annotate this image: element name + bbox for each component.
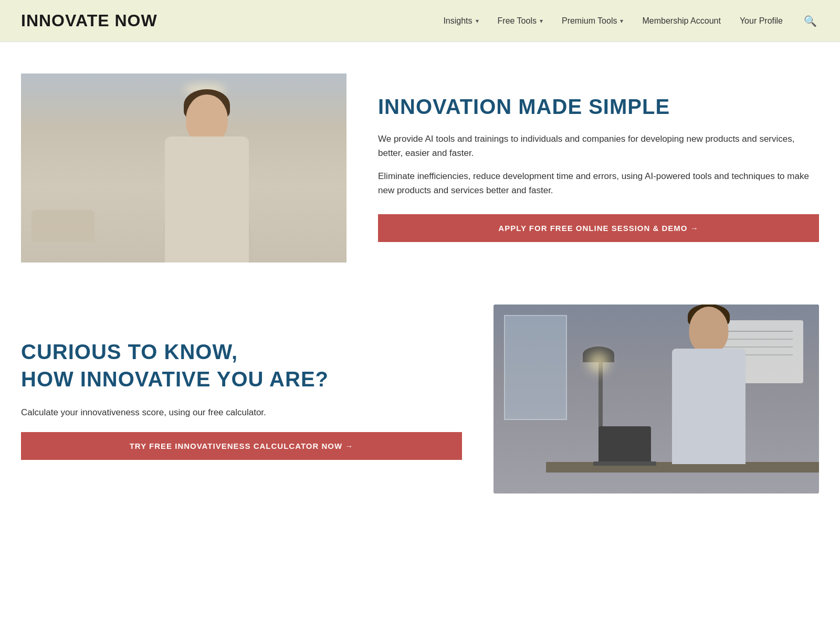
nav-item-membership[interactable]: Membership Account <box>642 16 720 26</box>
man-head-shape <box>689 307 729 354</box>
hero-paragraph-1: We provide AI tools and trainings to ind… <box>378 132 819 160</box>
chevron-down-icon: ▾ <box>620 17 623 25</box>
body-shape <box>165 136 249 262</box>
hero-paragraph-2: Eliminate inefficiencies, reduce develop… <box>378 169 819 197</box>
apply-cta-button[interactable]: APPLY FOR FREE ONLINE SESSION & DEMO → <box>378 214 819 242</box>
woman-figure <box>149 84 265 262</box>
logo[interactable]: INNOVATE NOW <box>21 11 158 30</box>
calculator-cta-button[interactable]: TRY FREE INNOVATIVENESS CALCULCATOR NOW … <box>21 432 462 460</box>
navigation: Insights ▾ Free Tools ▾ Premium Tools ▾ … <box>443 13 819 29</box>
calculator-title-line1: CURIOUS TO KNOW, <box>21 340 238 363</box>
nav-label-insights: Insights <box>443 16 472 26</box>
nav-item-insights[interactable]: Insights ▾ <box>443 16 478 26</box>
chevron-down-icon: ▾ <box>476 17 479 25</box>
nav-label-membership: Membership Account <box>642 16 720 26</box>
chevron-down-icon: ▾ <box>540 17 543 25</box>
man-body-shape <box>672 349 746 464</box>
search-icon: 🔍 <box>804 15 817 27</box>
nav-item-premium-tools[interactable]: Premium Tools ▾ <box>562 16 624 26</box>
calculator-text-block: CURIOUS TO KNOW, HOW INNOVATIVE YOU ARE?… <box>21 338 462 460</box>
hero-text-block: INNOVATION MADE SIMPLE We provide AI too… <box>378 94 819 242</box>
calculator-paragraph: Calculate your innovativeness score, usi… <box>21 405 462 419</box>
calculator-image <box>494 304 819 494</box>
room-sofa-decoration <box>32 210 94 242</box>
header: INNOVATE NOW Insights ▾ Free Tools ▾ Pre… <box>0 0 840 42</box>
calculator-title: CURIOUS TO KNOW, HOW INNOVATIVE YOU ARE? <box>21 338 462 393</box>
nav-label-free-tools: Free Tools <box>498 16 537 26</box>
search-button[interactable]: 🔍 <box>802 13 819 29</box>
calculator-title-line2: HOW INNOVATIVE YOU ARE? <box>21 368 329 391</box>
hero-section: INNOVATION MADE SIMPLE We provide AI too… <box>21 74 819 262</box>
nav-item-profile[interactable]: Your Profile <box>740 16 783 26</box>
man-figure <box>656 307 761 464</box>
office-window-decoration <box>504 315 567 420</box>
nav-label-profile: Your Profile <box>740 16 783 26</box>
laptop-decoration <box>598 426 651 463</box>
nav-label-premium-tools: Premium Tools <box>562 16 617 26</box>
calculator-section: CURIOUS TO KNOW, HOW INNOVATIVE YOU ARE?… <box>21 304 819 494</box>
nav-item-free-tools[interactable]: Free Tools ▾ <box>498 16 543 26</box>
lamp-decoration <box>598 357 603 430</box>
hero-title: INNOVATION MADE SIMPLE <box>378 94 819 119</box>
main-content: INNOVATION MADE SIMPLE We provide AI too… <box>0 42 840 525</box>
hero-image <box>21 74 346 262</box>
